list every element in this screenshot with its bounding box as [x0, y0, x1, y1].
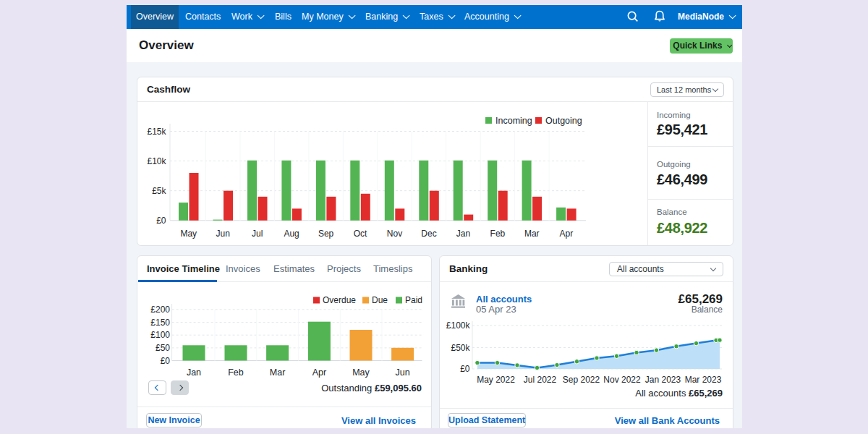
svg-text:£0: £0	[460, 364, 470, 374]
svg-text:Jan: Jan	[187, 367, 201, 378]
svg-text:May: May	[352, 367, 370, 378]
svg-text:Outgoing: Outgoing	[545, 116, 582, 126]
svg-text:Jun: Jun	[396, 367, 410, 378]
svg-text:Feb: Feb	[490, 229, 506, 239]
svg-text:Apr: Apr	[312, 367, 326, 378]
svg-text:£100k: £100k	[446, 320, 471, 331]
svg-text:Nov 2022: Nov 2022	[603, 375, 641, 385]
svg-text:£5k: £5k	[152, 186, 166, 196]
svg-text:Jul: Jul	[252, 229, 263, 239]
svg-text:Jun: Jun	[216, 229, 230, 239]
svg-text:Aug: Aug	[284, 229, 299, 239]
svg-text:Paid: Paid	[405, 295, 422, 305]
svg-text:Sep: Sep	[318, 229, 334, 239]
svg-text:Jan 2023: Jan 2023	[645, 375, 681, 385]
svg-text:Due: Due	[372, 295, 388, 305]
svg-text:£100: £100	[150, 330, 170, 340]
svg-text:Mar: Mar	[524, 229, 540, 239]
svg-text:Dec: Dec	[421, 229, 436, 239]
svg-text:Sep 2022: Sep 2022	[563, 375, 600, 385]
svg-text:£10k: £10k	[147, 156, 166, 166]
svg-text:Incoming: Incoming	[495, 116, 532, 126]
svg-text:Jul 2022: Jul 2022	[524, 375, 557, 385]
svg-text:£50k: £50k	[451, 343, 470, 353]
svg-text:Mar 2023: Mar 2023	[685, 375, 722, 385]
svg-text:£50: £50	[156, 343, 170, 353]
svg-text:Jan: Jan	[456, 229, 470, 239]
svg-text:Nov: Nov	[387, 229, 402, 239]
svg-text:Apr: Apr	[559, 229, 573, 239]
svg-text:Feb: Feb	[228, 367, 244, 378]
svg-text:Mar: Mar	[270, 367, 286, 378]
svg-text:£0: £0	[156, 216, 166, 226]
svg-text:May 2022: May 2022	[477, 375, 515, 385]
svg-text:Overdue: Overdue	[323, 295, 356, 305]
svg-text:£200: £200	[150, 305, 170, 315]
svg-text:£0: £0	[161, 356, 171, 366]
svg-text:Oct: Oct	[354, 229, 367, 239]
svg-text:May: May	[180, 229, 197, 239]
svg-text:£15k: £15k	[147, 127, 166, 137]
svg-text:£150: £150	[150, 318, 170, 328]
